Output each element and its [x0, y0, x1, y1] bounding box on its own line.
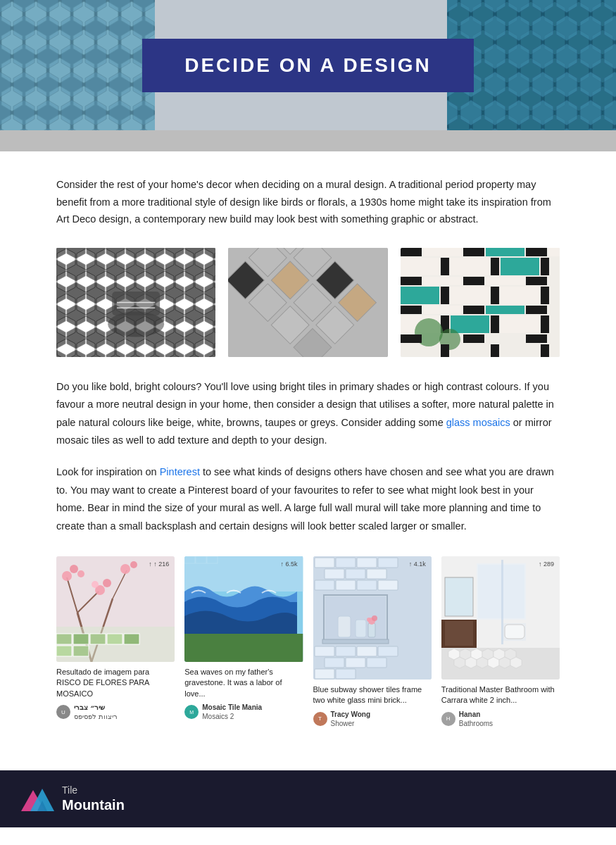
svg-rect-130	[325, 658, 344, 668]
pin-avatar-4: H	[441, 712, 455, 726]
svg-rect-53	[491, 287, 499, 304]
tile-images-row	[56, 248, 560, 357]
svg-rect-16	[112, 292, 160, 315]
svg-rect-55	[541, 287, 549, 304]
pin-user-info-2: Mosaic Tile Mania Mosaics 2	[202, 703, 262, 721]
svg-rect-107	[336, 558, 356, 568]
body-paragraph-2: Look for inspiration on Pinterest to see…	[56, 463, 560, 535]
tile-image-2	[228, 248, 387, 357]
svg-rect-65	[501, 315, 539, 333]
pin-user-name-1: שיר״ צברי	[74, 703, 118, 712]
svg-rect-64	[491, 315, 499, 333]
svg-rect-139	[501, 560, 503, 644]
logo-mountain-icon	[18, 783, 56, 815]
pin-user-name-3: Tracy Wong	[331, 710, 371, 719]
glass-mosaics-link[interactable]: glass mosaics	[446, 417, 510, 428]
svg-rect-141	[445, 621, 473, 646]
body-paragraph-1: Do you like bold, bright colours? You'll…	[56, 378, 560, 450]
footer-logo: Tile Mountain	[18, 783, 125, 815]
pin-card-2: ↑ 6.5k Sea waves on my father's gravesto…	[184, 556, 303, 728]
pin-save-count-1: ↑ 216	[149, 561, 169, 568]
hero-banner: DECIDE ON A DESIGN	[0, 0, 616, 130]
svg-rect-120	[338, 616, 351, 637]
pin-user-name-2: Mosaic Tile Mania	[202, 703, 262, 712]
svg-rect-58	[463, 306, 484, 314]
pinterest-link[interactable]: Pinterest	[160, 466, 200, 477]
pin-user-name-4: Hanan	[459, 710, 493, 719]
hero-tiles-left	[0, 0, 155, 130]
svg-rect-127	[336, 646, 356, 656]
svg-rect-112	[367, 569, 386, 579]
logo-tile-text: Tile	[62, 784, 125, 796]
pin-user-4: H Hanan Bathrooms	[441, 710, 560, 728]
body-text-2-before: Look for inspiration on	[56, 466, 160, 477]
svg-point-86	[103, 579, 111, 587]
pin-image-2: ↑ 6.5k	[184, 556, 303, 662]
hero-title-box: DECIDE ON A DESIGN	[142, 39, 474, 92]
svg-rect-72	[441, 344, 449, 357]
pin-image-1: ↑ 216	[56, 556, 175, 662]
pin-title-1: Resultado de imagem para RISCO DE FLORES…	[56, 667, 175, 699]
pin-image-4: ↑ 289	[441, 556, 560, 680]
svg-rect-46	[423, 277, 462, 285]
svg-rect-60	[526, 306, 547, 314]
pin-title-3: Blue subway shower tiles frame two white…	[313, 684, 432, 706]
main-content: Consider the rest of your home's decor w…	[0, 151, 616, 763]
svg-point-88	[120, 564, 130, 574]
svg-rect-106	[315, 558, 334, 568]
svg-rect-114	[336, 580, 356, 590]
pin-avatar-2: M	[184, 705, 199, 719]
svg-rect-45	[401, 277, 422, 285]
pin-save-count-3: ↑ 4.1k	[409, 561, 426, 568]
svg-rect-66	[541, 315, 549, 333]
svg-rect-38	[548, 248, 560, 256]
svg-rect-122	[368, 623, 375, 637]
svg-rect-113	[315, 580, 334, 590]
svg-rect-111	[346, 569, 365, 579]
svg-point-82	[62, 571, 72, 581]
pin-save-count-2: ↑ 6.5k	[280, 561, 297, 568]
svg-rect-73	[491, 344, 499, 357]
svg-rect-92	[73, 634, 89, 644]
svg-rect-116	[378, 580, 398, 590]
svg-rect-36	[486, 248, 524, 256]
logo-mountain-text: Mountain	[62, 796, 125, 813]
pin-user-info-4: Hanan Bathrooms	[459, 710, 493, 728]
svg-rect-91	[56, 634, 72, 644]
svg-rect-56	[401, 306, 422, 314]
svg-rect-129	[378, 646, 398, 656]
pin-card-4: ↑ 289 Traditional Master Bathroom with C…	[441, 556, 560, 728]
intro-paragraph: Consider the rest of your home's decor w…	[56, 176, 560, 228]
pinterest-pins-row: ↑ 216 Resultado de imagem para RISCO DE …	[56, 556, 560, 728]
svg-rect-71	[526, 334, 547, 343]
tile-image-1	[56, 248, 215, 357]
svg-rect-95	[124, 634, 139, 644]
footer: Tile Mountain	[0, 770, 616, 827]
svg-rect-115	[357, 580, 377, 590]
svg-rect-93	[90, 634, 106, 644]
svg-rect-37	[526, 248, 547, 256]
svg-rect-74	[541, 344, 549, 357]
pin-card-3: ↑ 4.1k Blue subway shower tiles frame tw…	[313, 556, 432, 728]
svg-rect-43	[501, 258, 539, 275]
svg-rect-133	[315, 669, 334, 679]
svg-rect-41	[451, 258, 489, 275]
pin-title-4: Traditional Master Bathroom with Carrara…	[441, 684, 560, 706]
pin-user-2: M Mosaic Tile Mania Mosaics 2	[184, 703, 303, 721]
pin-avatar-3: T	[313, 712, 327, 726]
svg-point-89	[130, 561, 137, 568]
pin-title-2: Sea waves on my father's gravestone. It …	[184, 667, 303, 699]
svg-rect-51	[441, 287, 449, 304]
pin-user-board-2: Mosaics 2	[202, 712, 262, 721]
svg-rect-94	[107, 634, 122, 644]
svg-rect-109	[378, 558, 398, 568]
svg-point-125	[367, 618, 371, 622]
pin-user-board-1: ריצוות לפסיפס	[74, 712, 118, 721]
svg-rect-70	[463, 334, 484, 343]
svg-rect-110	[325, 569, 344, 579]
svg-rect-39	[401, 258, 439, 275]
svg-point-87	[92, 581, 99, 588]
pin-image-3: ↑ 4.1k	[313, 556, 432, 680]
svg-rect-33	[401, 248, 422, 256]
svg-rect-100	[184, 634, 303, 662]
